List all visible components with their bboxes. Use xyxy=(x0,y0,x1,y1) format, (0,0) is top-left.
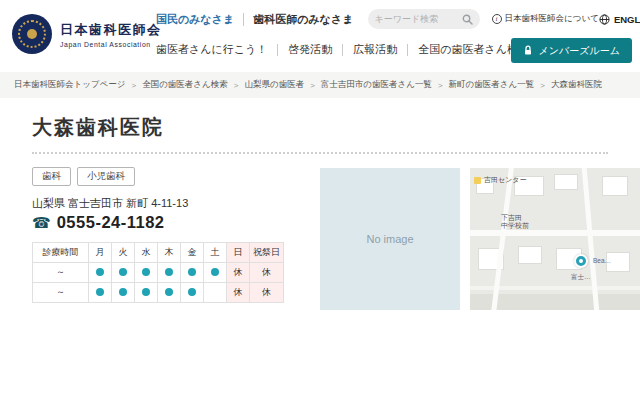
hours-cell xyxy=(135,263,158,283)
nav-awareness[interactable]: 啓発活動 xyxy=(288,42,332,57)
map-poi-marker[interactable] xyxy=(574,254,588,268)
nav-citizens[interactable]: 国民のみなさま xyxy=(156,12,234,27)
members-room-button[interactable]: メンバーズルーム xyxy=(511,38,632,63)
hours-time-cell: ～ xyxy=(33,283,89,303)
open-dot-icon xyxy=(119,288,127,296)
breadcrumb-separator: > xyxy=(438,81,443,90)
nav-go-to-dentist[interactable]: 歯医者さんに行こう！ xyxy=(156,42,267,57)
hours-cell xyxy=(158,263,181,283)
logo[interactable]: 日本歯科医師会 Japan Dental Association xyxy=(12,14,162,54)
top-utility-bar: 国民のみなさま 歯科医師のみなさま 日本歯科医師会について ENGLISH xyxy=(156,9,632,29)
open-dot-icon xyxy=(142,288,150,296)
map-label-school: 下吉田 中学校前 xyxy=(501,214,529,231)
divider xyxy=(243,13,244,26)
breadcrumb-link-city[interactable]: 富士吉田市の歯医者さん一覧 xyxy=(321,79,432,91)
hours-col-header: 金 xyxy=(181,243,204,263)
hours-cell: 休 xyxy=(227,283,250,303)
search-input[interactable] xyxy=(375,14,457,24)
hours-col-header: 月 xyxy=(89,243,112,263)
tag-dentistry: 歯科 xyxy=(32,167,71,186)
breadcrumb-link-town[interactable]: 新町の歯医者さん一覧 xyxy=(449,79,535,91)
hours-cell xyxy=(135,283,158,303)
logo-subtitle: Japan Dental Association xyxy=(60,41,162,48)
clinic-phone: ☎ 0555-24-1182 xyxy=(32,213,165,232)
hours-cell: 休 xyxy=(227,263,250,283)
department-tags: 歯科 小児歯科 xyxy=(32,167,135,186)
dotted-divider xyxy=(32,152,608,154)
info-icon xyxy=(492,14,502,24)
hours-cell xyxy=(112,263,135,283)
office-hours-table: 診療時間月火水木金土日祝祭日～休休～休休 xyxy=(32,242,284,303)
breadcrumb-link-home[interactable]: 日本歯科医師会トップページ xyxy=(14,79,126,91)
main-nav: 歯医者さんに行こう！ 啓発活動 広報活動 全国の歯医者さん検索 xyxy=(156,42,529,57)
hours-cell xyxy=(181,263,204,283)
page: 日本歯科医師会 Japan Dental Association 国民のみなさま… xyxy=(0,0,640,400)
map-label-center: 吉田センター xyxy=(474,175,527,185)
breadcrumb-separator: > xyxy=(310,81,315,90)
hours-cell xyxy=(158,283,181,303)
jda-emblem-icon xyxy=(12,14,52,54)
english-link-label: ENGLISH xyxy=(614,14,640,25)
map-building xyxy=(518,246,542,264)
hours-col-header: 祝祭日 xyxy=(250,243,284,263)
clinic-address: 山梨県 富士吉田市 新町 4-11-13 xyxy=(32,196,188,211)
hours-time-cell: ～ xyxy=(33,263,89,283)
hours-cell xyxy=(112,283,135,303)
map-building xyxy=(554,174,578,190)
hours-row: ～休休 xyxy=(33,263,284,283)
open-dot-icon xyxy=(165,268,173,276)
about-link[interactable]: 日本歯科医師会について xyxy=(492,13,599,25)
hours-cell xyxy=(89,283,112,303)
tag-pediatric-dentistry: 小児歯科 xyxy=(77,167,135,186)
hours-cell xyxy=(181,283,204,303)
hours-cell xyxy=(204,263,227,283)
breadcrumb-separator: > xyxy=(540,81,545,90)
hours-col-header: 水 xyxy=(135,243,158,263)
hours-cell xyxy=(89,263,112,283)
nav-pr[interactable]: 広報活動 xyxy=(353,42,397,57)
hours-col-header: 木 xyxy=(158,243,181,263)
site-header: 日本歯科医師会 Japan Dental Association 国民のみなさま… xyxy=(0,0,640,72)
open-dot-icon xyxy=(119,268,127,276)
hours-row: ～休休 xyxy=(33,283,284,303)
phone-number: 0555-24-1182 xyxy=(57,213,165,232)
hours-col-header: 診療時間 xyxy=(33,243,89,263)
members-room-label: メンバーズルーム xyxy=(539,44,620,58)
clinic-name-title: 大森歯科医院 xyxy=(32,114,164,141)
hours-col-header: 火 xyxy=(112,243,135,263)
breadcrumb: 日本歯科医師会トップページ > 全国の歯医者さん検索 > 山梨県の歯医者 > 富… xyxy=(0,72,640,98)
lock-icon xyxy=(523,45,533,56)
breadcrumb-separator: > xyxy=(234,81,239,90)
about-link-label: 日本歯科医師会について xyxy=(505,13,599,25)
hours-col-header: 日 xyxy=(227,243,250,263)
open-dot-icon xyxy=(96,268,104,276)
hours-cell: 休 xyxy=(250,283,284,303)
open-dot-icon xyxy=(188,268,196,276)
breadcrumb-current: 大森歯科医院 xyxy=(551,79,602,91)
divider xyxy=(342,44,343,56)
open-dot-icon xyxy=(211,268,219,276)
divider xyxy=(407,44,408,56)
map[interactable]: 吉田センター 下吉田 中学校前 Bea… 富士… xyxy=(470,168,640,310)
map-building xyxy=(602,176,628,196)
map-label-fuji: 富士… xyxy=(571,273,591,282)
search-icon[interactable] xyxy=(462,14,473,25)
map-road xyxy=(470,230,640,236)
globe-icon xyxy=(599,14,610,25)
logo-title: 日本歯科医師会 xyxy=(60,21,162,39)
open-dot-icon xyxy=(96,288,104,296)
nav-dentists[interactable]: 歯科医師のみなさま xyxy=(253,12,353,27)
hours-cell: 休 xyxy=(250,263,284,283)
map-label-beauty: Bea… xyxy=(593,257,611,264)
divider xyxy=(277,44,278,56)
hours-cell xyxy=(204,283,227,303)
open-dot-icon xyxy=(165,288,173,296)
open-dot-icon xyxy=(142,268,150,276)
breadcrumb-link-search[interactable]: 全国の歯医者さん検索 xyxy=(142,79,228,91)
map-poi-chip-icon xyxy=(474,177,481,184)
hours-col-header: 土 xyxy=(204,243,227,263)
breadcrumb-separator: > xyxy=(132,81,137,90)
no-image-placeholder: No image xyxy=(320,168,460,310)
english-link[interactable]: ENGLISH xyxy=(599,14,640,25)
breadcrumb-link-prefecture[interactable]: 山梨県の歯医者 xyxy=(244,79,304,91)
